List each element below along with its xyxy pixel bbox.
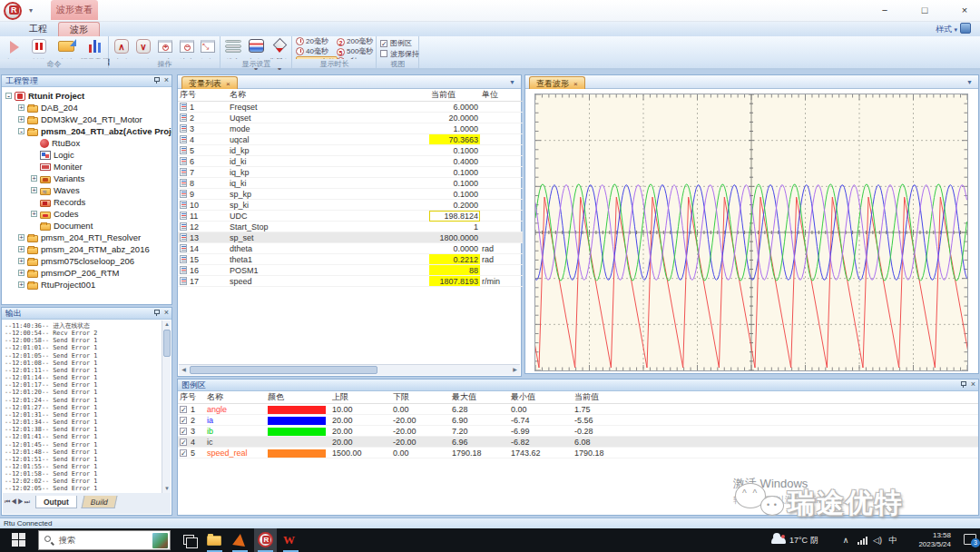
checkbox-checked-icon[interactable]: ✓ (180, 417, 187, 424)
tree-item[interactable]: +DAB_204 (4, 102, 172, 113)
expand-icon[interactable]: + (18, 234, 24, 241)
matlab-button[interactable] (229, 528, 251, 552)
variable-row[interactable]: 5id_kp0.1000 (178, 145, 523, 156)
tab-close-icon[interactable]: × (573, 80, 578, 88)
variable-row[interactable]: 17speed1807.8193r/min (178, 276, 523, 287)
tree-item[interactable]: Records (4, 196, 172, 208)
start-button[interactable] (0, 528, 36, 552)
action-center-icon[interactable]: 3 (964, 534, 976, 545)
expand-icon[interactable]: + (18, 281, 24, 288)
wave-hold-checkbox[interactable]: 波形保持 (380, 49, 419, 59)
bg-color-button[interactable]: 背景色▾ (269, 37, 290, 59)
move-up-button[interactable]: ∧上移 (112, 37, 132, 59)
pin-icon[interactable] (153, 309, 160, 317)
scroll-down-icon[interactable]: ▼ (162, 485, 172, 493)
variable-row[interactable]: 9sp_kp0.1000 (178, 189, 523, 200)
taskbar-search-input[interactable]: 搜索 (38, 530, 171, 550)
tab-output[interactable]: Output (35, 496, 77, 508)
maximize-button[interactable]: □ (916, 0, 933, 20)
rtu-app-button[interactable] (254, 528, 277, 552)
scroll-left-icon[interactable]: ◀ (179, 365, 189, 375)
duration-20ms-option[interactable]: 20毫秒 (296, 36, 328, 46)
record-data-button[interactable]: 记录数据 (82, 37, 109, 59)
variable-row[interactable]: 10sp_ki0.2000 (178, 200, 523, 211)
quick-access-dropdown-icon[interactable]: ▾ (29, 6, 33, 15)
variable-row[interactable]: 16POSM188 (178, 265, 523, 276)
weather-widget[interactable]: 17°C 阴 (771, 528, 835, 552)
collapse-icon[interactable]: - (18, 128, 24, 134)
restore-button[interactable]: 恢复 (198, 37, 218, 59)
tree-item[interactable]: -pmsm_204_RTI_abz(Active Project) (4, 125, 172, 137)
expand-icon[interactable]: + (18, 116, 24, 123)
volume-icon[interactable]: ◁) (871, 528, 884, 552)
file-explorer-button[interactable] (203, 528, 226, 552)
color-swatch[interactable] (268, 417, 326, 425)
tab-nav-arrows[interactable]: ⏮◀▶⏭ (5, 498, 31, 506)
tab-build[interactable]: Build (82, 496, 118, 508)
pin-icon[interactable] (153, 76, 160, 84)
duration-200ms-option[interactable]: 2200毫秒 (337, 36, 373, 46)
close-icon[interactable]: × (164, 309, 169, 317)
tree-item[interactable]: +pmsmOP_206_RTM (4, 267, 172, 279)
checkbox-checked-icon[interactable]: ✓ (180, 428, 187, 435)
expand-icon[interactable]: + (31, 211, 37, 217)
tree-item[interactable]: +pmsm075closeloop_206 (4, 255, 172, 267)
tree-item[interactable]: -Rtunit Project (4, 90, 172, 102)
line-width-button[interactable]: 线宽 (223, 37, 243, 59)
expand-icon[interactable]: + (31, 187, 37, 193)
pin-icon[interactable] (960, 380, 966, 389)
close-icon[interactable]: × (164, 76, 169, 84)
tree-item[interactable]: +Waves (4, 184, 172, 196)
color-swatch[interactable] (268, 439, 326, 447)
run-button[interactable]: 运行 (3, 37, 26, 59)
scroll-up-icon[interactable]: ▲ (162, 320, 172, 329)
expand-icon[interactable]: + (18, 270, 24, 276)
wps-button[interactable]: W (279, 528, 302, 552)
output-scrollbar[interactable]: ▲ ▼ (162, 320, 171, 493)
scrollbar-thumb[interactable] (163, 330, 171, 357)
color-swatch[interactable] (268, 406, 326, 414)
variable-row[interactable]: 4uqcal70.3663 (178, 134, 523, 145)
tray-chevron-icon[interactable]: ∧ (838, 528, 853, 552)
legend-row[interactable]: ✓2ia20.00-20.006.90-6.74-5.56 (178, 415, 978, 426)
clock[interactable]: 13:58 2023/5/24 (904, 528, 951, 552)
tree-item[interactable]: +RtuProject001 (4, 279, 172, 291)
variable-row[interactable]: 11UDC198.8124 (178, 211, 523, 222)
tab-wave[interactable]: 波形 (58, 22, 100, 36)
expand-icon[interactable]: + (18, 104, 24, 111)
duration-40ms-option[interactable]: 40毫秒 (296, 46, 328, 56)
move-down-button[interactable]: ∨下移 (133, 37, 153, 59)
duration-500ms-option[interactable]: 5500毫秒 (337, 46, 373, 56)
variable-row[interactable]: 1Freqset6.0000 (178, 102, 523, 113)
tab-project[interactable]: 工程 (18, 22, 58, 36)
zoom-out-button[interactable]: −缩小 (177, 37, 197, 59)
tree-item[interactable]: RtuBox (4, 137, 172, 149)
zoom-in-button[interactable]: +放大 (155, 37, 175, 59)
collapse-icon[interactable]: - (5, 93, 12, 99)
export-wave-button[interactable]: 导出波形 (53, 37, 80, 59)
close-icon[interactable]: × (971, 380, 975, 389)
network-icon[interactable] (857, 528, 869, 552)
tree-item[interactable]: +Codes (4, 208, 172, 220)
color-button[interactable]: 颜色▾ (246, 37, 266, 59)
variable-row[interactable]: 14dtheta0.0000rad (178, 243, 523, 254)
variable-row[interactable]: 13sp_set1800.0000 (178, 232, 523, 243)
expand-icon[interactable]: + (31, 175, 37, 182)
task-view-button[interactable] (178, 528, 201, 552)
variable-row[interactable]: 2Uqset20.0000 (178, 113, 523, 123)
waveform-plot[interactable] (534, 94, 968, 371)
tree-item[interactable]: +DDM3kW_204_RTI_Motor (4, 113, 172, 125)
close-button[interactable]: × (956, 0, 973, 20)
chevron-down-icon[interactable]: ▼ (966, 79, 973, 85)
variable-row[interactable]: 3mode1.0000 (178, 123, 523, 134)
tab-close-icon[interactable]: × (226, 80, 230, 88)
checkbox-checked-icon[interactable]: ✓ (180, 406, 187, 413)
variable-row[interactable]: 6id_ki0.4000 (178, 156, 523, 167)
tree-item[interactable]: +pmsm_204_RTI_Resolver (4, 232, 172, 243)
tree-item[interactable]: Moniter (4, 161, 172, 172)
chevron-down-icon[interactable]: ▼ (509, 79, 515, 85)
app-logo-icon[interactable] (4, 2, 22, 20)
legend-row[interactable]: ✓4ic20.00-20.006.96-6.826.08 (178, 437, 978, 448)
pause-button[interactable]: 暂停 (27, 37, 51, 59)
expand-icon[interactable]: + (18, 258, 24, 264)
